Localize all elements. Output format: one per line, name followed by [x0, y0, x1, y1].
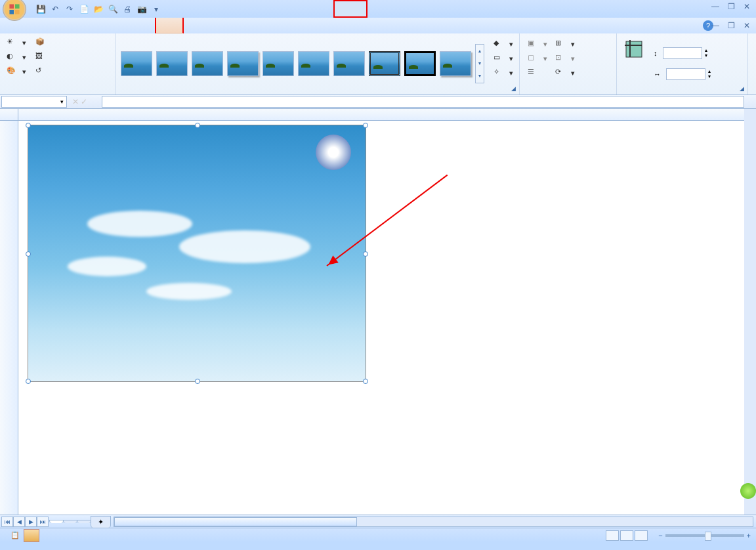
picture-shape-button[interactable]: ◆ ▾ [492, 37, 514, 51]
style-thumb-6[interactable] [298, 51, 329, 76]
sheet-prev-button[interactable]: ◀ [13, 517, 25, 527]
zoom-out-button[interactable]: − [658, 532, 662, 539]
view-normal-button[interactable] [606, 530, 619, 541]
cells-area[interactable] [18, 121, 744, 515]
sheet-tab-1[interactable] [49, 520, 64, 523]
width-input[interactable] [666, 68, 705, 80]
office-button[interactable] [3, 0, 26, 21]
qat-camera-icon[interactable]: 📷 [135, 3, 148, 16]
selection-pane-button[interactable]: ☰ [526, 66, 549, 79]
picture-effects-button[interactable]: ✧ ▾ [492, 66, 514, 79]
align-button[interactable]: ⊞ ▾ [554, 37, 576, 51]
style-thumb-10[interactable] [440, 51, 471, 76]
tab-view[interactable] [123, 18, 139, 33]
resize-handle-n[interactable] [195, 123, 200, 128]
bring-front-button[interactable]: ▣ ▾ [526, 37, 549, 51]
group-button[interactable]: ⊡ ▾ [554, 52, 576, 65]
style-thumb-4[interactable] [227, 51, 259, 76]
style-thumb-1[interactable] [121, 51, 152, 76]
contrast-button[interactable]: ◐ ▾ [4, 51, 29, 64]
name-box[interactable]: ▾ [1, 96, 67, 108]
restore-button[interactable]: ❐ [724, 1, 738, 12]
rotate-button[interactable]: ⟳ ▾ [554, 66, 576, 79]
view-layout-button[interactable] [620, 530, 633, 541]
tab-formulas[interactable] [76, 18, 92, 33]
style-thumb-9[interactable] [404, 51, 436, 76]
size-dialog-launcher[interactable]: ◢ [737, 84, 746, 93]
vertical-scrollbar[interactable] [744, 109, 756, 515]
qat-more-icon[interactable]: ▾ [150, 3, 163, 16]
title-bar: 💾 ↶ ↷ 📄 📂 🔍 🖨 📷 ▾ — ❐ ✕ [0, 0, 756, 18]
ribbon-tabs: ? — ❐ ✕ [0, 18, 756, 33]
tab-format[interactable] [155, 18, 184, 33]
tab-review[interactable] [108, 18, 123, 33]
resize-handle-sw[interactable] [26, 379, 31, 384]
resize-handle-nw[interactable] [26, 123, 31, 128]
recolor-button[interactable]: 🎨 ▾ [4, 65, 29, 78]
send-back-button[interactable]: ▢ ▾ [526, 52, 549, 65]
doc-close-button[interactable]: ✕ [740, 20, 753, 31]
select-all-corner[interactable] [0, 109, 18, 121]
notification-badge[interactable] [740, 483, 756, 499]
resize-handle-se[interactable] [363, 379, 368, 384]
taskbar-button[interactable] [24, 529, 39, 542]
brightness-button[interactable]: ☀ ▾ [4, 36, 29, 49]
tab-page-layout[interactable] [60, 18, 76, 33]
resize-handle-e[interactable] [363, 251, 368, 257]
view-break-button[interactable] [635, 530, 648, 541]
close-button[interactable]: ✕ [740, 1, 753, 12]
group-picture-styles: ▴▾▾ ◆ ▾ ▭ ▾ ✧ ▾ ◢ [116, 33, 520, 95]
style-thumb-7[interactable] [333, 51, 365, 76]
picture-border-button[interactable]: ▭ ▾ [492, 52, 514, 65]
doc-restore-button[interactable]: ❐ [724, 20, 738, 31]
styles-dialog-launcher[interactable]: ◢ [509, 84, 518, 93]
height-input[interactable] [663, 47, 702, 59]
tab-developer[interactable] [139, 18, 155, 33]
style-thumb-2[interactable] [156, 51, 188, 76]
qat-undo-icon[interactable]: ↶ [49, 3, 62, 16]
compress-button[interactable]: 📦 [33, 36, 51, 49]
context-tab-picture-tools[interactable] [333, 0, 368, 18]
resize-handle-s[interactable] [195, 379, 200, 384]
qat-redo-icon[interactable]: ↷ [63, 3, 76, 16]
resize-handle-ne[interactable] [363, 123, 368, 128]
minimize-button[interactable]: — [709, 1, 722, 12]
horizontal-scrollbar[interactable] [114, 517, 753, 527]
style-thumb-8[interactable] [369, 51, 400, 76]
doc-minimize-button[interactable]: — [709, 20, 722, 31]
reset-picture-button[interactable]: ↺ [33, 65, 51, 78]
sheet-tab-3[interactable] [77, 520, 91, 523]
zoom-in-button[interactable]: + [747, 532, 751, 539]
group-label-size [621, 91, 744, 93]
gallery-more-button[interactable]: ▴▾▾ [475, 44, 484, 83]
status-bar: 📋 − + [0, 528, 756, 542]
embedded-picture[interactable] [28, 125, 366, 382]
width-icon: ↔ [654, 70, 661, 78]
svg-rect-1 [9, 4, 14, 9]
zoom-slider[interactable] [665, 534, 744, 537]
sheet-tab-2[interactable] [63, 520, 77, 523]
qat-preview-icon[interactable]: 🔍 [106, 3, 119, 16]
change-picture-button[interactable]: 🖼 [33, 51, 51, 64]
resize-handle-w[interactable] [26, 251, 31, 257]
formula-bar[interactable] [102, 96, 744, 108]
sheet-last-button[interactable]: ⏭ [37, 517, 49, 527]
height-spinner[interactable]: ▴▾ [705, 48, 707, 58]
sheet-tab-new[interactable]: ✦ [91, 516, 111, 528]
sheet-next-button[interactable]: ▶ [25, 517, 37, 527]
group-adjust: ☀ ▾ ◐ ▾ 🎨 ▾ 📦 🖼 ↺ [0, 33, 116, 95]
qat-save-icon[interactable]: 💾 [34, 3, 47, 16]
qat-print-icon[interactable]: 🖨 [121, 3, 134, 16]
style-gallery: ▴▾▾ [119, 36, 486, 91]
logo-icon [316, 135, 351, 170]
tab-insert[interactable] [45, 18, 60, 33]
qat-new-icon[interactable]: 📄 [77, 3, 91, 16]
sheet-first-button[interactable]: ⏮ [1, 517, 13, 527]
qat-open-icon[interactable]: 📂 [92, 3, 105, 16]
tab-data[interactable] [92, 18, 108, 33]
tab-home[interactable] [29, 18, 45, 33]
width-spinner[interactable]: ▴▾ [708, 69, 711, 79]
style-thumb-5[interactable] [262, 51, 294, 76]
style-thumb-3[interactable] [192, 51, 223, 76]
crop-button[interactable] [621, 36, 647, 91]
